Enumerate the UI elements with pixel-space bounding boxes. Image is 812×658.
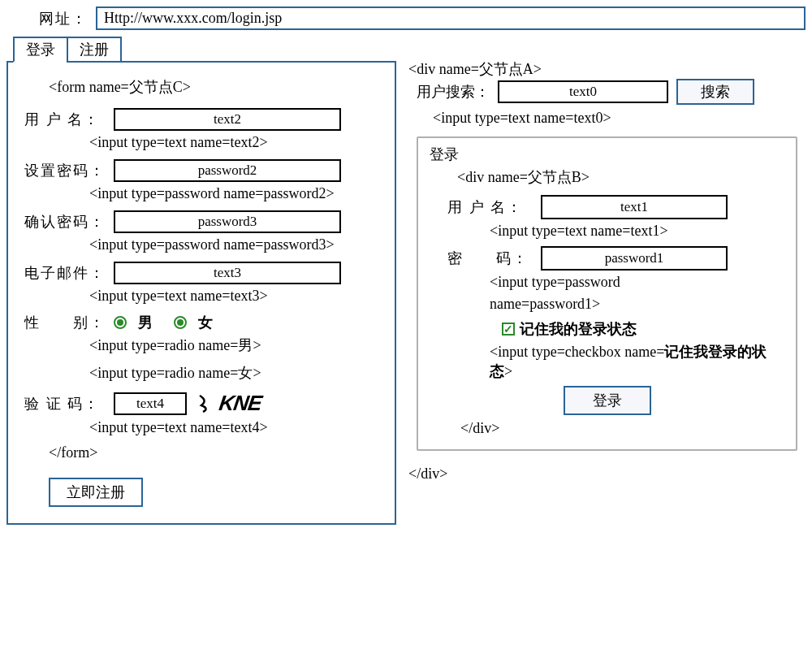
div-a-close-tag: </div> xyxy=(408,465,806,483)
url-input[interactable] xyxy=(96,6,806,30)
captcha-input[interactable] xyxy=(114,392,187,415)
email-label: 电子邮件： xyxy=(24,263,114,283)
captcha-squiggle-icon xyxy=(198,394,213,413)
login-button[interactable]: 登录 xyxy=(564,386,651,415)
search-hint: <input type=text name=text0> xyxy=(433,110,806,127)
search-label: 用户搜索： xyxy=(417,82,490,102)
form-open-tag: <form name=父节点C> xyxy=(49,77,378,97)
setpwd-label: 设置密码： xyxy=(24,161,114,180)
radio-male-hint: <input type=radio name=男> xyxy=(89,335,378,355)
login-pwd-hint1: <input type=password xyxy=(490,274,781,291)
captcha-label: 验 证 码： xyxy=(24,394,114,413)
login-user-label: 用 户 名： xyxy=(447,197,541,217)
login-fieldset: 登录 <div name=父节点B> 用 户 名： <input type=te… xyxy=(417,136,797,451)
login-user-hint: <input type=text name=text1> xyxy=(490,223,781,240)
username-input[interactable] xyxy=(114,108,341,131)
login-pwd-input[interactable] xyxy=(541,246,728,271)
register-panel: <form name=父节点C> 用 户 名： <input type=text… xyxy=(6,61,396,525)
div-b-open-tag: <div name=父节点B> xyxy=(457,167,781,187)
search-button[interactable]: 搜索 xyxy=(676,79,754,105)
tab-register[interactable]: 注册 xyxy=(67,37,122,63)
tab-login[interactable]: 登录 xyxy=(13,37,68,63)
username-hint: <input type=text name=text2> xyxy=(89,134,378,151)
radio-female[interactable] xyxy=(174,316,187,329)
form-close-tag: </form> xyxy=(49,444,378,461)
email-hint: <input type=text name=text3> xyxy=(89,288,378,305)
login-pwd-label: 密 码： xyxy=(447,249,541,268)
remember-label: 记住我的登录状态 xyxy=(520,319,637,339)
radio-female-label: 女 xyxy=(198,313,213,332)
search-input[interactable] xyxy=(498,80,668,103)
login-legend: 登录 xyxy=(426,145,462,164)
cfmpwd-hint: <input type=password name=password3> xyxy=(89,236,378,253)
gender-label: 性 别： xyxy=(24,313,114,332)
captcha-hint: <input type=text name=text4> xyxy=(89,419,378,436)
username-label: 用 户 名： xyxy=(24,110,114,129)
radio-female-hint: <input type=radio name=女> xyxy=(89,363,378,383)
login-user-input[interactable] xyxy=(541,195,728,219)
cb-hint: <input type=checkbox name=记住我登录的状态> xyxy=(490,342,781,381)
div-b-close-tag: </div> xyxy=(460,420,781,437)
remember-checkbox[interactable]: ✓ xyxy=(502,323,515,335)
cfmpwd-input[interactable] xyxy=(114,210,341,233)
cfmpwd-label: 确认密码： xyxy=(24,212,114,232)
radio-male-label: 男 xyxy=(138,313,153,332)
setpwd-hint: <input type=password name=password2> xyxy=(89,185,378,202)
div-a-open-tag: <div name=父节点A> xyxy=(408,59,806,79)
email-input[interactable] xyxy=(114,262,341,284)
radio-male[interactable] xyxy=(114,316,127,329)
register-button[interactable]: 立即注册 xyxy=(49,478,143,507)
setpwd-input[interactable] xyxy=(114,159,341,182)
address-label: 网址： xyxy=(39,9,88,28)
captcha-image: KNE xyxy=(198,391,261,416)
login-pwd-hint2: name=password1> xyxy=(490,296,781,313)
